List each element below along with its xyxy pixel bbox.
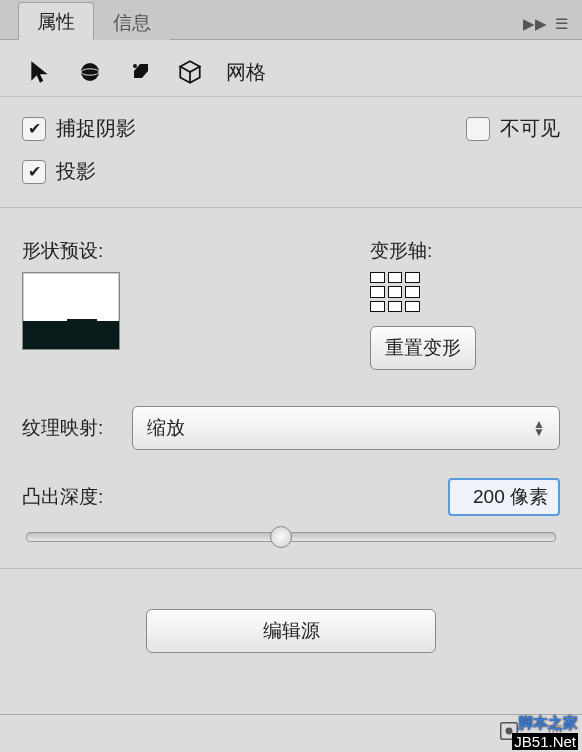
- label-deform-axis: 变形轴:: [370, 238, 560, 264]
- properties-panel: 属性 信息 ▶▶ ☰ 网格 捕捉阴影: [0, 0, 582, 752]
- tab-info[interactable]: 信息: [94, 3, 170, 40]
- sphere-icon[interactable]: [76, 58, 104, 86]
- divider: [0, 568, 582, 569]
- watermark-line2: JB51.Net: [512, 733, 578, 750]
- svg-point-3: [133, 64, 137, 68]
- checkbox-projection[interactable]: [22, 160, 46, 184]
- watermark: 脚本之家 JB51.Net: [508, 712, 582, 752]
- svg-marker-4: [180, 61, 200, 72]
- cursor-icon[interactable]: [26, 58, 54, 86]
- select-arrows-icon: ▲▼: [533, 420, 545, 436]
- edit-source-row: 编辑源: [22, 609, 560, 653]
- divider: [0, 207, 582, 208]
- reset-deform-button[interactable]: 重置变形: [370, 326, 476, 370]
- texture-map-value: 缩放: [147, 415, 185, 441]
- label-capture-shadow: 捕捉阴影: [56, 115, 136, 142]
- label-texture-map: 纹理映射:: [22, 415, 122, 441]
- deform-axis-grid[interactable]: [370, 272, 420, 312]
- panel-body: 捕捉阴影 不可见 投影 形状预设: 变形: [0, 96, 582, 714]
- checkbox-capture-shadow[interactable]: [22, 117, 46, 141]
- shape-preset-thumb[interactable]: [22, 272, 120, 350]
- svg-point-1: [81, 63, 99, 81]
- mode-icon-bar: 网格: [0, 40, 582, 96]
- extrude-depth-value[interactable]: 200 像素: [448, 478, 560, 516]
- checkbox-projection-row: 投影: [22, 158, 560, 185]
- bottom-bar: [0, 714, 582, 752]
- texture-map-row: 纹理映射: 缩放 ▲▼: [22, 406, 560, 450]
- texture-map-select[interactable]: 缩放 ▲▼: [132, 406, 560, 450]
- edit-source-button[interactable]: 编辑源: [146, 609, 436, 653]
- checkbox-row: 捕捉阴影 不可见: [22, 107, 560, 150]
- mesh-label: 网格: [226, 59, 266, 86]
- checkbox-invisible-row: 不可见: [466, 115, 560, 142]
- tab-bar: 属性 信息 ▶▶ ☰: [0, 0, 582, 40]
- flyout-menu-icon: ☰: [555, 15, 568, 33]
- extrude-depth-row: 凸出深度: 200 像素: [22, 478, 560, 516]
- label-invisible: 不可见: [500, 115, 560, 142]
- label-extrude-depth: 凸出深度:: [22, 484, 448, 510]
- extrude-depth-slider[interactable]: [26, 532, 556, 542]
- extrude-icon[interactable]: [126, 58, 154, 86]
- slider-thumb[interactable]: [270, 526, 292, 548]
- label-shape-preset: 形状预设:: [22, 238, 370, 264]
- preset-row: 形状预设: 变形轴: 重置变形: [22, 238, 560, 370]
- checkbox-capture-shadow-row: 捕捉阴影: [22, 115, 136, 142]
- checkbox-invisible[interactable]: [466, 117, 490, 141]
- cube-icon[interactable]: [176, 58, 204, 86]
- svg-marker-0: [31, 61, 47, 83]
- label-projection: 投影: [56, 158, 96, 185]
- flyout-arrows-icon: ▶▶: [523, 15, 547, 33]
- watermark-line1: 脚本之家: [512, 714, 578, 733]
- panel-flyout-menu[interactable]: ▶▶ ☰: [519, 9, 572, 39]
- tab-properties[interactable]: 属性: [18, 2, 94, 40]
